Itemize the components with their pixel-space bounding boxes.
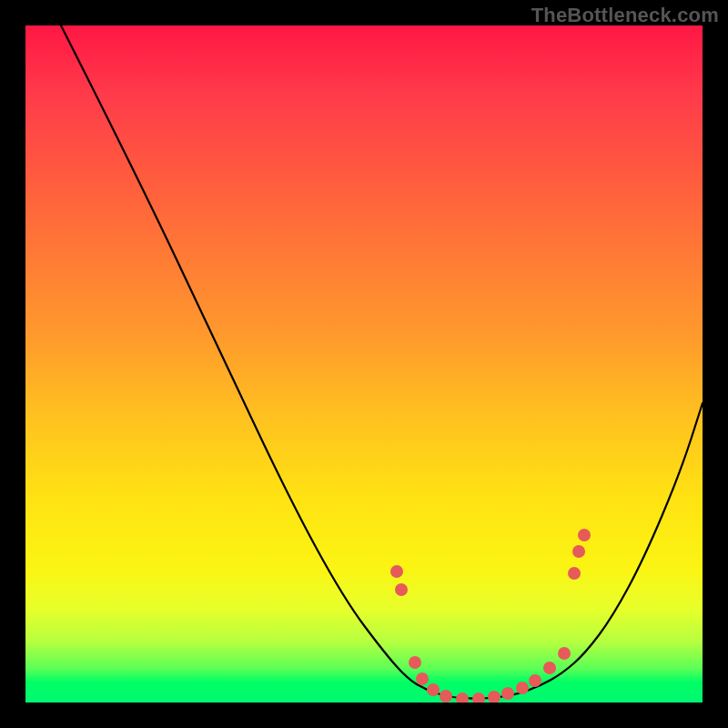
chart-overlay	[25, 25, 703, 703]
highlight-dot	[529, 674, 541, 687]
chart-frame: TheBottleneck.com	[0, 0, 728, 728]
bottleneck-curve	[61, 25, 703, 699]
highlight-dot	[456, 693, 469, 703]
highlight-dot	[558, 647, 571, 660]
watermark-text: TheBottleneck.com	[531, 4, 719, 27]
highlight-dot	[472, 693, 485, 703]
highlight-dot	[572, 545, 585, 558]
highlight-dot	[516, 682, 529, 694]
highlight-dot	[395, 583, 408, 596]
highlight-dot	[427, 683, 440, 696]
highlight-dot	[568, 567, 581, 580]
highlight-dot	[409, 656, 421, 669]
highlight-dot	[390, 565, 403, 578]
highlight-dot	[543, 662, 556, 674]
highlight-dot	[488, 691, 500, 703]
highlight-dots	[390, 529, 591, 703]
highlight-dot	[501, 687, 514, 700]
highlight-dot	[416, 672, 429, 685]
highlight-dot	[578, 529, 591, 541]
highlight-dot	[440, 690, 452, 703]
plot-area	[25, 25, 703, 703]
